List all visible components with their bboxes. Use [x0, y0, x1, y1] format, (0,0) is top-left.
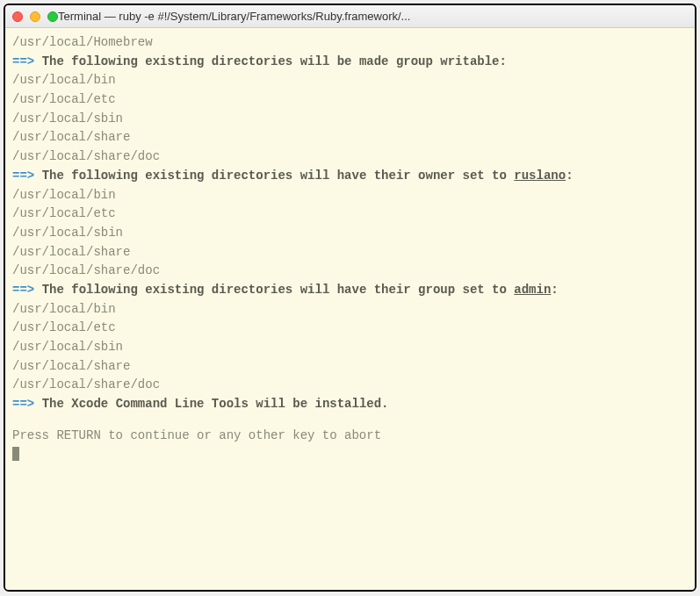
arrow-icon: ==> — [12, 397, 34, 411]
output-line: /usr/local/share/doc — [12, 147, 688, 167]
msg-group: The following existing directories will … — [42, 283, 515, 297]
output-line: /usr/local/sbin — [12, 110, 688, 129]
cursor-icon — [12, 447, 19, 461]
output-line: /usr/local/sbin — [12, 338, 688, 357]
output-line: /usr/local/Homebrew — [12, 33, 688, 53]
arrow-icon: ==> — [12, 169, 34, 183]
traffic-lights — [12, 11, 58, 22]
msg-writable: The following existing directories will … — [42, 54, 507, 68]
output-line: /usr/local/etc — [12, 319, 688, 338]
minimize-button[interactable] — [30, 11, 40, 22]
prompt-line: Press RETURN to continue or any other ke… — [12, 427, 688, 446]
cursor-line — [12, 445, 688, 464]
output-line: ==> The Xcode Command Line Tools will be… — [12, 395, 688, 414]
output-line: /usr/local/sbin — [12, 224, 688, 243]
terminal-window: Terminal — ruby -e #!/System/Library/Fra… — [4, 4, 696, 592]
maximize-button[interactable] — [47, 11, 58, 22]
output-line: ==> The following existing directories w… — [12, 281, 688, 300]
output-line: /usr/local/bin — [12, 186, 688, 205]
output-line: /usr/local/share — [12, 357, 688, 377]
output-line: /usr/local/etc — [12, 205, 688, 224]
group-name: admin — [514, 283, 551, 297]
output-line: /usr/local/share/doc — [12, 262, 688, 281]
colon: : — [551, 283, 558, 297]
msg-xcode: The Xcode Command Line Tools will be ins… — [42, 397, 389, 411]
owner-name: ruslano — [514, 169, 566, 183]
terminal-body[interactable]: /usr/local/Homebrew ==> The following ex… — [5, 28, 695, 590]
output-line: /usr/local/bin — [12, 71, 688, 90]
close-button[interactable] — [12, 11, 23, 22]
output-line: ==> The following existing directories w… — [12, 53, 688, 72]
output-line: /usr/local/share — [12, 243, 688, 262]
output-line: /usr/local/etc — [12, 90, 688, 110]
colon: : — [566, 169, 573, 183]
output-line: ==> The following existing directories w… — [12, 167, 688, 186]
output-line: /usr/local/share/doc — [12, 376, 688, 395]
window-title: Terminal — ruby -e #!/System/Library/Fra… — [58, 10, 688, 23]
arrow-icon: ==> — [12, 283, 34, 297]
msg-owner: The following existing directories will … — [42, 169, 515, 183]
titlebar: Terminal — ruby -e #!/System/Library/Fra… — [5, 5, 695, 28]
output-line: /usr/local/bin — [12, 300, 688, 320]
arrow-icon: ==> — [12, 54, 34, 68]
output-line: /usr/local/share — [12, 128, 688, 147]
